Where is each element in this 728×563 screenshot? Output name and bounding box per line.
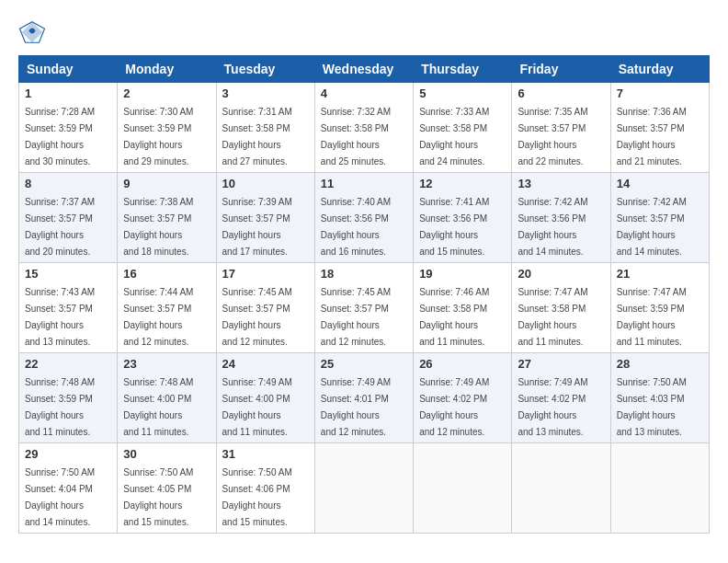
calendar-day-cell: 17 Sunrise: 7:45 AMSunset: 3:57 PMDaylig… — [216, 263, 314, 353]
day-number: 29 — [25, 447, 111, 461]
day-info: Sunrise: 7:40 AMSunset: 3:56 PMDaylight … — [321, 197, 391, 257]
day-info: Sunrise: 7:44 AMSunset: 3:57 PMDaylight … — [123, 287, 193, 347]
calendar-day-cell: 25 Sunrise: 7:49 AMSunset: 4:01 PMDaylig… — [314, 353, 413, 443]
day-info: Sunrise: 7:42 AMSunset: 3:57 PMDaylight … — [617, 197, 687, 257]
day-info: Sunrise: 7:48 AMSunset: 4:00 PMDaylight … — [123, 377, 193, 437]
day-info: Sunrise: 7:38 AMSunset: 3:57 PMDaylight … — [123, 197, 193, 257]
day-number: 19 — [419, 267, 506, 281]
calendar-day-cell: 4 Sunrise: 7:32 AMSunset: 3:58 PMDayligh… — [314, 83, 413, 173]
calendar-day-cell: 14 Sunrise: 7:42 AMSunset: 3:57 PMDaylig… — [610, 173, 709, 263]
day-info: Sunrise: 7:32 AMSunset: 3:58 PMDaylight … — [321, 107, 391, 167]
empty-cell — [512, 443, 610, 534]
calendar-day-cell: 31 Sunrise: 7:50 AMSunset: 4:06 PMDaylig… — [216, 443, 314, 534]
day-info: Sunrise: 7:42 AMSunset: 3:56 PMDaylight … — [518, 197, 587, 257]
calendar-day-cell: 2 Sunrise: 7:30 AMSunset: 3:59 PMDayligh… — [118, 83, 216, 173]
day-number: 7 — [617, 86, 703, 100]
day-header-wednesday: Wednesday — [314, 56, 413, 83]
day-info: Sunrise: 7:31 AMSunset: 3:58 PMDaylight … — [222, 107, 292, 167]
calendar-day-cell: 28 Sunrise: 7:50 AMSunset: 4:03 PMDaylig… — [610, 353, 709, 443]
calendar-day-cell: 8 Sunrise: 7:37 AMSunset: 3:57 PMDayligh… — [19, 173, 118, 263]
day-info: Sunrise: 7:49 AMSunset: 4:01 PMDaylight … — [321, 377, 391, 437]
empty-cell — [414, 443, 512, 534]
day-info: Sunrise: 7:48 AMSunset: 3:59 PMDaylight … — [25, 377, 95, 437]
day-number: 24 — [222, 357, 309, 371]
calendar-day-cell: 18 Sunrise: 7:45 AMSunset: 3:57 PMDaylig… — [314, 263, 413, 353]
day-info: Sunrise: 7:45 AMSunset: 3:57 PMDaylight … — [321, 287, 391, 347]
day-info: Sunrise: 7:46 AMSunset: 3:58 PMDaylight … — [419, 287, 489, 347]
calendar-day-cell: 16 Sunrise: 7:44 AMSunset: 3:57 PMDaylig… — [118, 263, 216, 353]
day-header-friday: Friday — [512, 56, 610, 83]
calendar-week-row: 29 Sunrise: 7:50 AMSunset: 4:04 PMDaylig… — [19, 443, 710, 534]
day-number: 11 — [321, 177, 407, 190]
day-number: 1 — [25, 86, 111, 100]
day-header-tuesday: Tuesday — [216, 56, 314, 83]
day-number: 9 — [123, 177, 210, 190]
calendar-day-cell: 6 Sunrise: 7:35 AMSunset: 3:57 PMDayligh… — [512, 83, 610, 173]
calendar-day-cell: 26 Sunrise: 7:49 AMSunset: 4:02 PMDaylig… — [414, 353, 512, 443]
day-header-saturday: Saturday — [610, 56, 709, 83]
calendar-table: SundayMondayTuesdayWednesdayThursdayFrid… — [18, 55, 710, 534]
day-info: Sunrise: 7:49 AMSunset: 4:02 PMDaylight … — [419, 377, 489, 437]
calendar-day-cell: 11 Sunrise: 7:40 AMSunset: 3:56 PMDaylig… — [314, 173, 413, 263]
day-number: 30 — [123, 447, 210, 461]
calendar-day-cell: 15 Sunrise: 7:43 AMSunset: 3:57 PMDaylig… — [19, 263, 118, 353]
day-number: 16 — [123, 267, 210, 281]
day-number: 25 — [321, 357, 407, 371]
calendar-day-cell: 1 Sunrise: 7:28 AMSunset: 3:59 PMDayligh… — [19, 83, 118, 173]
calendar-day-cell: 23 Sunrise: 7:48 AMSunset: 4:00 PMDaylig… — [118, 353, 216, 443]
day-number: 4 — [321, 86, 407, 100]
day-info: Sunrise: 7:47 AMSunset: 3:59 PMDaylight … — [617, 287, 687, 347]
day-info: Sunrise: 7:36 AMSunset: 3:57 PMDaylight … — [617, 107, 687, 167]
calendar-day-cell: 19 Sunrise: 7:46 AMSunset: 3:58 PMDaylig… — [414, 263, 512, 353]
day-number: 20 — [518, 267, 604, 281]
calendar-day-cell: 21 Sunrise: 7:47 AMSunset: 3:59 PMDaylig… — [610, 263, 709, 353]
day-number: 18 — [321, 267, 407, 281]
day-info: Sunrise: 7:39 AMSunset: 3:57 PMDaylight … — [222, 197, 292, 257]
day-number: 6 — [518, 86, 604, 100]
empty-cell — [314, 443, 413, 534]
logo-icon — [18, 18, 46, 46]
day-number: 26 — [419, 357, 506, 371]
day-number: 31 — [222, 447, 309, 461]
day-info: Sunrise: 7:50 AMSunset: 4:05 PMDaylight … — [123, 467, 193, 527]
day-info: Sunrise: 7:41 AMSunset: 3:56 PMDaylight … — [419, 197, 489, 257]
day-number: 28 — [617, 357, 703, 371]
day-header-monday: Monday — [118, 56, 216, 83]
day-info: Sunrise: 7:47 AMSunset: 3:58 PMDaylight … — [518, 287, 587, 347]
day-info: Sunrise: 7:28 AMSunset: 3:59 PMDaylight … — [25, 107, 95, 167]
calendar-week-row: 1 Sunrise: 7:28 AMSunset: 3:59 PMDayligh… — [19, 83, 710, 173]
calendar-day-cell: 13 Sunrise: 7:42 AMSunset: 3:56 PMDaylig… — [512, 173, 610, 263]
day-info: Sunrise: 7:45 AMSunset: 3:57 PMDaylight … — [222, 287, 292, 347]
calendar-day-cell: 3 Sunrise: 7:31 AMSunset: 3:58 PMDayligh… — [216, 83, 314, 173]
day-number: 2 — [123, 86, 210, 100]
day-info: Sunrise: 7:50 AMSunset: 4:04 PMDaylight … — [25, 467, 95, 527]
day-number: 27 — [518, 357, 604, 371]
calendar-header-row: SundayMondayTuesdayWednesdayThursdayFrid… — [19, 56, 710, 83]
calendar-day-cell: 20 Sunrise: 7:47 AMSunset: 3:58 PMDaylig… — [512, 263, 610, 353]
calendar-week-row: 15 Sunrise: 7:43 AMSunset: 3:57 PMDaylig… — [19, 263, 710, 353]
logo — [18, 18, 50, 46]
day-info: Sunrise: 7:50 AMSunset: 4:03 PMDaylight … — [617, 377, 687, 437]
day-number: 22 — [25, 357, 111, 371]
calendar-day-cell: 9 Sunrise: 7:38 AMSunset: 3:57 PMDayligh… — [118, 173, 216, 263]
calendar-day-cell: 22 Sunrise: 7:48 AMSunset: 3:59 PMDaylig… — [19, 353, 118, 443]
day-number: 5 — [419, 86, 506, 100]
day-info: Sunrise: 7:50 AMSunset: 4:06 PMDaylight … — [222, 467, 292, 527]
day-info: Sunrise: 7:43 AMSunset: 3:57 PMDaylight … — [25, 287, 95, 347]
calendar-day-cell: 30 Sunrise: 7:50 AMSunset: 4:05 PMDaylig… — [118, 443, 216, 534]
day-header-thursday: Thursday — [414, 56, 512, 83]
empty-cell — [610, 443, 709, 534]
day-number: 13 — [518, 177, 604, 190]
page-header — [18, 18, 710, 46]
day-number: 8 — [25, 177, 111, 190]
day-info: Sunrise: 7:33 AMSunset: 3:58 PMDaylight … — [419, 107, 489, 167]
day-info: Sunrise: 7:35 AMSunset: 3:57 PMDaylight … — [518, 107, 587, 167]
calendar-day-cell: 5 Sunrise: 7:33 AMSunset: 3:58 PMDayligh… — [414, 83, 512, 173]
day-number: 21 — [617, 267, 703, 281]
day-header-sunday: Sunday — [19, 56, 118, 83]
calendar-week-row: 8 Sunrise: 7:37 AMSunset: 3:57 PMDayligh… — [19, 173, 710, 263]
calendar-day-cell: 29 Sunrise: 7:50 AMSunset: 4:04 PMDaylig… — [19, 443, 118, 534]
day-info: Sunrise: 7:49 AMSunset: 4:02 PMDaylight … — [518, 377, 587, 437]
calendar-day-cell: 10 Sunrise: 7:39 AMSunset: 3:57 PMDaylig… — [216, 173, 314, 263]
calendar-day-cell: 7 Sunrise: 7:36 AMSunset: 3:57 PMDayligh… — [610, 83, 709, 173]
